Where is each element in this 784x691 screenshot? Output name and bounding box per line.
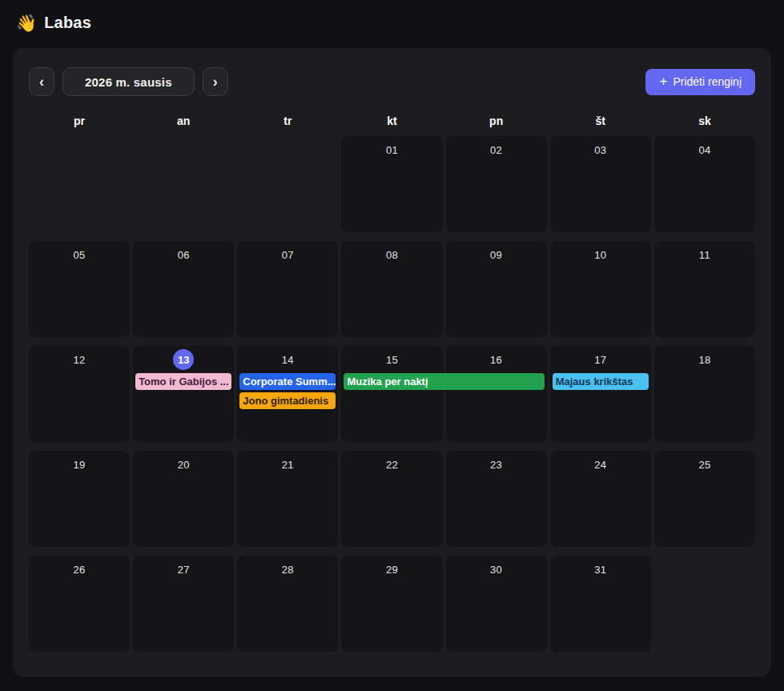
event-pill[interactable]: Muzika per naktį	[344, 373, 544, 390]
day-cell[interactable]: 03	[550, 136, 651, 232]
chevron-left-icon: ‹	[39, 74, 44, 90]
day-number-wrap: 10	[550, 244, 651, 265]
day-number-wrap: 23	[446, 454, 547, 475]
day-number: 19	[74, 459, 86, 471]
day-number: 08	[386, 249, 398, 261]
day-cell[interactable]: 05	[29, 241, 130, 337]
weekday-label: pn	[446, 114, 547, 127]
day-cell[interactable]: 09	[446, 241, 547, 337]
day-cell[interactable]: 22	[341, 451, 442, 547]
day-cell[interactable]: 20	[133, 451, 234, 547]
day-number-wrap: 13	[133, 349, 234, 370]
event-pill[interactable]: Majaus krikštas	[553, 373, 649, 390]
day-number-wrap: 20	[133, 454, 234, 475]
day-number: 15	[386, 354, 398, 366]
add-event-label: Pridėti renginį	[673, 75, 742, 88]
event-pill[interactable]: Corporate Summ...	[239, 373, 336, 390]
weekday-label: kt	[341, 114, 442, 127]
plus-icon: +	[659, 74, 667, 90]
day-number-wrap: 21	[237, 454, 338, 475]
day-cell[interactable]: 30	[446, 556, 547, 652]
day-number-wrap: 15	[341, 349, 442, 370]
day-number-wrap: 31	[550, 559, 651, 580]
day-cell[interactable]: 24	[550, 451, 651, 547]
day-number-wrap: 30	[446, 559, 547, 580]
day-number-wrap: 07	[237, 244, 338, 265]
day-cell[interactable]: 21	[237, 451, 338, 547]
day-number: 07	[282, 249, 294, 261]
day-number-wrap: 06	[133, 244, 234, 265]
day-number: 09	[490, 249, 502, 261]
day-cell[interactable]: 26	[29, 556, 130, 652]
day-cell[interactable]: 12	[29, 346, 130, 442]
next-month-button[interactable]: ›	[203, 67, 228, 96]
day-cell[interactable]: 15	[341, 346, 442, 442]
wave-emoji-icon: 👋	[16, 14, 37, 31]
day-number-wrap: 29	[341, 559, 442, 580]
day-cell[interactable]: 06	[133, 241, 234, 337]
calendar-card: ‹ 2026 m. sausis › + Pridėti renginį pra…	[13, 48, 771, 677]
calendar-toolbar: ‹ 2026 m. sausis › + Pridėti renginį	[29, 67, 755, 96]
weekday-label: št	[550, 114, 651, 127]
day-cell[interactable]: 04	[654, 136, 755, 232]
day-number: 26	[74, 564, 86, 576]
day-number: 27	[178, 564, 190, 576]
chevron-right-icon: ›	[213, 74, 218, 90]
day-cell[interactable]: 23	[446, 451, 547, 547]
day-cell[interactable]: 07	[237, 241, 338, 337]
today-badge: 13	[173, 349, 194, 370]
day-number-wrap: 04	[654, 139, 755, 160]
add-event-button[interactable]: + Pridėti renginį	[645, 69, 755, 95]
day-number-wrap: 01	[341, 139, 442, 160]
day-number-wrap: 27	[133, 559, 234, 580]
day-number-wrap: 17	[550, 349, 651, 370]
day-number-wrap: 09	[446, 244, 547, 265]
day-cell[interactable]: 28	[237, 556, 338, 652]
day-cell[interactable]: 18	[654, 346, 755, 442]
day-cell[interactable]: 08	[341, 241, 442, 337]
day-cell[interactable]: 19	[29, 451, 130, 547]
day-number: 14	[282, 354, 294, 366]
day-cell[interactable]: 10	[550, 241, 651, 337]
month-label-button[interactable]: 2026 m. sausis	[62, 67, 195, 96]
day-number: 10	[594, 249, 606, 261]
day-number-wrap: 11	[654, 244, 755, 265]
day-number: 31	[594, 564, 606, 576]
day-number: 11	[699, 249, 710, 261]
day-cell[interactable]: 17	[550, 346, 651, 442]
day-cell[interactable]: 16	[446, 346, 547, 442]
day-cell[interactable]: 02	[446, 136, 547, 232]
day-number-wrap: 28	[237, 559, 338, 580]
day-number: 29	[386, 564, 398, 576]
day-cell[interactable]: 27	[133, 556, 234, 652]
day-number: 16	[490, 354, 502, 366]
day-number: 20	[178, 459, 190, 471]
event-pill[interactable]: Tomo ir Gabijos ...	[135, 373, 231, 390]
day-number-wrap: 22	[341, 454, 442, 475]
day-cell[interactable]: 11	[654, 241, 755, 337]
weekday-header-row: prantrktpnštsk	[29, 114, 755, 127]
prev-month-button[interactable]: ‹	[29, 67, 54, 96]
day-number: 23	[490, 459, 502, 471]
weekday-label: sk	[654, 114, 755, 127]
page-title: Labas	[44, 14, 91, 32]
day-number: 17	[594, 354, 606, 366]
day-number: 04	[698, 144, 710, 156]
day-number-wrap: 18	[654, 349, 755, 370]
weekday-label: pr	[29, 114, 130, 127]
day-number: 21	[282, 459, 294, 471]
day-cell[interactable]: 01	[341, 136, 442, 232]
day-number-wrap: 16	[446, 349, 547, 370]
day-number: 03	[594, 144, 606, 156]
day-number: 25	[698, 459, 710, 471]
day-number: 01	[386, 144, 398, 156]
day-cell[interactable]: 13	[133, 346, 234, 442]
weekday-label: tr	[237, 114, 338, 127]
day-number-wrap: 24	[550, 454, 651, 475]
event-pill[interactable]: Jono gimtadienis	[239, 392, 336, 409]
day-number-wrap: 26	[29, 559, 130, 580]
day-cell[interactable]: 25	[654, 451, 755, 547]
day-number: 06	[178, 249, 190, 261]
day-cell[interactable]: 29	[341, 556, 442, 652]
day-cell[interactable]: 31	[550, 556, 651, 652]
